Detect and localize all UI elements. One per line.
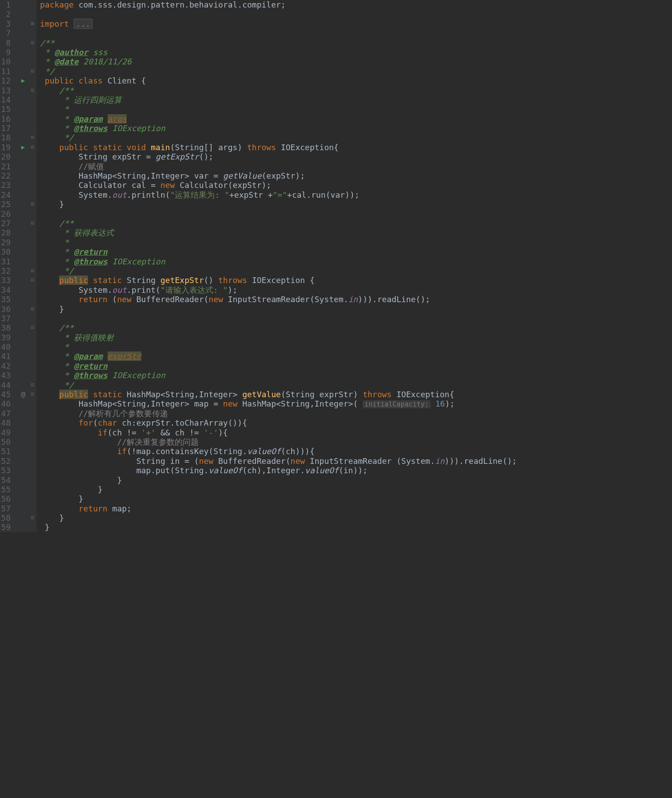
code-line[interactable]: //解决重复参数的问题	[40, 437, 672, 447]
marker-column[interactable]: ▶▶@	[18, 0, 28, 532]
fold-toggle[interactable]: ⊟	[28, 390, 36, 399]
code-line[interactable]: public static void main(String[] args) t…	[40, 143, 672, 152]
line-number[interactable]: 41	[0, 351, 14, 361]
line-number[interactable]: 47	[0, 409, 14, 418]
code-line[interactable]: *	[40, 238, 672, 247]
code-line[interactable]: }	[40, 304, 672, 314]
fold-toggle[interactable]: ⊟	[28, 266, 36, 275]
code-line[interactable]: public static HashMap<String,Integer> ge…	[40, 390, 672, 399]
code-line[interactable]: //解析有几个参数要传递	[40, 409, 672, 418]
folded-region[interactable]: ...	[74, 19, 93, 29]
line-number[interactable]: 32	[0, 266, 14, 275]
line-number[interactable]: 22	[0, 171, 14, 180]
fold-toggle[interactable]: ⊟	[28, 86, 36, 95]
run-marker-icon[interactable]: ▶	[18, 143, 28, 152]
line-number[interactable]: 37	[0, 314, 14, 323]
code-line[interactable]: /**	[40, 219, 672, 228]
line-number[interactable]: 24	[0, 190, 14, 200]
line-number[interactable]: 43	[0, 371, 14, 380]
line-number[interactable]: 27	[0, 219, 14, 228]
code-line[interactable]: /**	[40, 323, 672, 332]
line-number[interactable]: 23	[0, 180, 14, 190]
code-line[interactable]: */	[40, 133, 672, 142]
line-number[interactable]: 8	[0, 38, 14, 48]
line-number[interactable]: 29	[0, 238, 14, 247]
line-number[interactable]: 48	[0, 418, 14, 427]
line-number[interactable]: 13	[0, 86, 14, 95]
code-line[interactable]: * 运行四则运算	[40, 95, 672, 104]
line-number[interactable]: 55	[0, 485, 14, 494]
line-number[interactable]: 12	[0, 76, 14, 85]
line-number[interactable]: 28	[0, 228, 14, 237]
code-line[interactable]: public static String getExpStr() throws …	[40, 275, 672, 285]
code-line[interactable]: }	[40, 513, 672, 523]
line-number[interactable]: 30	[0, 247, 14, 256]
fold-toggle[interactable]: ⊟	[28, 275, 36, 285]
line-number[interactable]: 7	[0, 28, 14, 38]
code-line[interactable]: }	[40, 200, 672, 209]
code-line[interactable]: String expStr = getExpStr();	[40, 152, 672, 161]
code-line[interactable]: }	[40, 494, 672, 503]
code-line[interactable]	[40, 314, 672, 323]
fold-toggle[interactable]: ⊟	[28, 143, 36, 152]
line-number[interactable]: 20	[0, 152, 14, 161]
line-number[interactable]: 50	[0, 437, 14, 447]
code-line[interactable]	[40, 209, 672, 219]
line-number[interactable]: 49	[0, 428, 14, 437]
line-number[interactable]: 44	[0, 380, 14, 390]
line-number[interactable]: 36	[0, 304, 14, 314]
line-number[interactable]: 25	[0, 200, 14, 209]
line-number[interactable]: 3	[0, 19, 14, 28]
code-line[interactable]: HashMap<String,Integer> map = new HashMa…	[40, 399, 672, 408]
code-line[interactable]: String in = (new BufferedReader(new Inpu…	[40, 456, 672, 466]
line-number[interactable]: 14	[0, 95, 14, 104]
line-number[interactable]: 10	[0, 57, 14, 66]
line-number[interactable]: 46	[0, 399, 14, 408]
code-line[interactable]: * @param args	[40, 114, 672, 124]
code-line[interactable]: * @author sss	[40, 48, 672, 57]
line-number[interactable]: 31	[0, 257, 14, 266]
line-number[interactable]: 54	[0, 475, 14, 485]
code-line[interactable]: /**	[40, 38, 672, 48]
line-number[interactable]: 40	[0, 342, 14, 351]
code-line[interactable]: */	[40, 380, 672, 390]
line-number[interactable]: 51	[0, 447, 14, 456]
code-line[interactable]: * @throws IOException	[40, 371, 672, 380]
code-line[interactable]: */	[40, 266, 672, 275]
code-line[interactable]: for(char ch:exprStr.toCharArray()){	[40, 418, 672, 427]
fold-toggle[interactable]: ⊟	[28, 200, 36, 209]
code-line[interactable]: * @throws IOException	[40, 257, 672, 266]
code-line[interactable]: * 获得值映射	[40, 333, 672, 342]
code-line[interactable]: if(ch != '+' && ch != '-'){	[40, 428, 672, 437]
code-line[interactable]: }	[40, 485, 672, 494]
line-number[interactable]: 21	[0, 162, 14, 171]
code-line[interactable]: map.put(String.valueOf(ch),Integer.value…	[40, 466, 672, 475]
line-number[interactable]: 45	[0, 390, 14, 399]
line-number[interactable]: 35	[0, 295, 14, 304]
line-number[interactable]: 19	[0, 143, 14, 152]
code-line[interactable]: Calculator cal = new Calculator(expStr);	[40, 180, 672, 190]
line-number[interactable]: 2	[0, 9, 14, 19]
line-number[interactable]: 57	[0, 504, 14, 513]
line-number[interactable]: 56	[0, 494, 14, 503]
line-number[interactable]: 1	[0, 0, 14, 9]
code-line[interactable]: //赋值	[40, 162, 672, 171]
code-line[interactable]: import ...	[40, 19, 672, 28]
code-line[interactable]: package com.sss.design.pattern.behaviora…	[40, 0, 672, 9]
code-line[interactable]: /**	[40, 86, 672, 95]
code-line[interactable]: }	[40, 475, 672, 485]
fold-toggle[interactable]: ⊟	[28, 304, 36, 314]
code-line[interactable]: System.out.print("请输入表达式: ");	[40, 285, 672, 295]
fold-toggle[interactable]: ⊞	[28, 19, 36, 28]
line-number[interactable]: 52	[0, 456, 14, 466]
code-line[interactable]: *	[40, 342, 672, 351]
code-line[interactable]: * @return	[40, 361, 672, 371]
fold-toggle[interactable]: ⊟	[28, 513, 36, 523]
code-line[interactable]	[40, 28, 672, 38]
line-number[interactable]: 59	[0, 523, 14, 532]
code-line[interactable]: System.out.println("运算结果为: "+expStr +"="…	[40, 190, 672, 200]
code-line[interactable]: public class Client {	[40, 76, 672, 85]
line-number[interactable]: 53	[0, 466, 14, 475]
line-number[interactable]: 17	[0, 124, 14, 133]
fold-toggle[interactable]: ⊟	[28, 323, 36, 332]
